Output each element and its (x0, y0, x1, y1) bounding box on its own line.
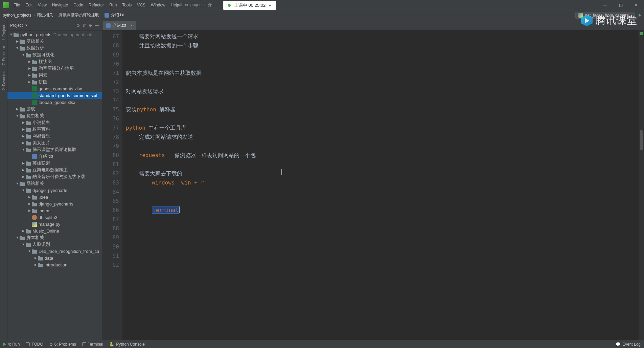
tree-node[interactable]: ▶豆瓣电影数据爬虫 (7, 167, 102, 173)
chevron-right-icon[interactable]: ▶ (28, 202, 31, 205)
chevron-down-icon[interactable]: ▼ (22, 243, 25, 246)
project-tree[interactable]: ▼python_projectsD:\development soft...▶基… (7, 30, 102, 340)
tree-node[interactable]: ▼腾讯课堂学员评论抓取 (7, 146, 102, 153)
tree-node[interactable]: goods_comments.xlsx (7, 85, 102, 92)
tree-node[interactable]: ▼人脸识别 (7, 241, 102, 248)
chevron-down-icon[interactable]: ▼ (16, 46, 19, 50)
tree-node[interactable]: ▼数据分析 (7, 45, 102, 51)
tree-node[interactable]: ▶网易音乐 (7, 133, 102, 139)
chevron-right-icon[interactable]: ▶ (28, 80, 31, 84)
tree-node[interactable]: ▶词云 (7, 72, 102, 79)
menu-window[interactable]: Window (148, 1, 168, 9)
tree-node[interactable]: ▼python_projectsD:\development soft... (7, 31, 102, 38)
scrollbar-thumb[interactable] (640, 130, 643, 150)
breadcrumb-item[interactable]: 介绍.txt (111, 12, 124, 18)
text-editor[interactable]: 6768697071727374757677787980818283848586… (102, 30, 644, 340)
tree-node[interactable]: ▶.idea (7, 194, 102, 200)
chevron-down-icon[interactable]: ▼ (22, 53, 25, 57)
terminal-tool-button[interactable]: Terminal (82, 342, 103, 347)
chevron-right-icon[interactable]: ▶ (22, 141, 25, 145)
menu-vcs[interactable]: VCS (134, 1, 148, 9)
chevron-right-icon[interactable]: ▶ (28, 195, 31, 199)
run-tool-button[interactable]: 4: Run (3, 342, 20, 347)
tree-node[interactable]: ▶糗事百科 (7, 126, 102, 133)
tree-node[interactable]: ▼脚本相关 (7, 234, 102, 241)
chevron-right-icon[interactable]: ▶ (16, 40, 19, 43)
structure-tool-tab[interactable]: 7: Structure (1, 43, 6, 68)
chevron-right-icon[interactable]: ▶ (22, 175, 25, 178)
tree-node[interactable]: ▶柱状图 (7, 58, 102, 65)
menu-edit[interactable]: Edit (23, 1, 35, 9)
chevron-down-icon[interactable]: ▼ (22, 189, 25, 192)
chevron-right-icon[interactable]: ▶ (28, 73, 31, 77)
tree-node[interactable]: ▶data (7, 255, 102, 261)
tree-node[interactable]: ▶淘宝店铺分布地图 (7, 65, 102, 72)
chevron-down-icon[interactable]: ▼ (22, 148, 25, 151)
chevron-right-icon[interactable]: ▶ (22, 229, 25, 233)
chevron-right-icon[interactable]: ▶ (34, 263, 37, 266)
maximize-button[interactable]: ▢ (613, 0, 628, 10)
tree-node[interactable]: ▼django_pyecharts (7, 187, 102, 194)
run-button-icon[interactable] (639, 14, 641, 17)
python-console-tool-button[interactable]: 🐍Python Console (109, 342, 145, 347)
tree-node[interactable]: ▶美女图片 (7, 139, 102, 146)
chevron-right-icon[interactable]: ▶ (34, 256, 37, 260)
todo-tool-button[interactable]: TODO (26, 342, 43, 347)
menu-refactor[interactable]: Refactor (86, 1, 107, 9)
problems-tool-button[interactable]: ⊘6: Problems (49, 342, 76, 347)
tree-node[interactable]: ▶游戏 (7, 106, 102, 112)
chevron-down-icon[interactable]: ▼ (28, 249, 31, 253)
locate-icon[interactable]: ⊙ (76, 23, 80, 28)
tree-node[interactable]: 介绍.txt (7, 153, 102, 160)
menu-code[interactable]: Code (71, 1, 86, 9)
event-log-button[interactable]: 💬Event Log (616, 342, 641, 347)
minimize-button[interactable]: — (597, 0, 613, 10)
class-timer[interactable]: 上课中 00:25:02 ▾ (223, 1, 276, 10)
collapse-icon[interactable]: ⇵ (83, 23, 86, 28)
favorites-tool-tab[interactable]: 2: Favorites (1, 68, 6, 93)
tree-node[interactable]: db.sqlite3 (7, 214, 102, 221)
chevron-right-icon[interactable]: ▶ (28, 209, 31, 212)
menu-file[interactable]: File (11, 1, 23, 9)
editor-tab-active[interactable]: 介绍.txt × (103, 21, 136, 30)
tree-node[interactable]: ▶基础相关 (7, 38, 102, 45)
chevron-right-icon[interactable]: ▶ (22, 161, 25, 165)
chevron-right-icon[interactable]: ▶ (22, 134, 25, 138)
tree-node[interactable]: manage.py (7, 221, 102, 227)
tree-node[interactable]: ▼网站相关 (7, 180, 102, 187)
chevron-down-icon[interactable]: ▼ (16, 182, 19, 185)
tree-node[interactable]: ▶饼图 (7, 79, 102, 85)
chevron-right-icon[interactable]: ▶ (22, 121, 25, 124)
chevron-right-icon[interactable]: ▶ (22, 168, 25, 172)
hide-panel-icon[interactable]: — (95, 23, 99, 28)
settings-icon[interactable]: ⚙ (89, 23, 92, 28)
chevron-down-icon[interactable]: ▼ (9, 33, 13, 36)
tree-node[interactable]: ▶英雄联盟 (7, 160, 102, 167)
chevron-right-icon[interactable]: ▶ (28, 67, 31, 70)
tree-node[interactable]: standard_goods_comments.xl (7, 92, 102, 99)
menu-navigate[interactable]: Navigate (49, 1, 71, 9)
chevron-right-icon[interactable]: ▶ (22, 128, 25, 131)
tree-node[interactable]: ▶introduction (7, 261, 102, 268)
chevron-down-icon[interactable]: ▼ (25, 24, 28, 27)
tree-node[interactable]: ▼爬虫相关 (7, 112, 102, 119)
menu-view[interactable]: View (35, 1, 49, 9)
project-tool-tab[interactable]: 1: Project (1, 22, 6, 43)
close-tab-icon[interactable]: × (130, 23, 133, 28)
tree-node[interactable]: ▼Dlib_face_recognition_from_ca (7, 248, 102, 255)
tree-node[interactable]: taobao_goods.xlsx (7, 99, 102, 106)
tree-node[interactable]: ▶django_pyecharts (7, 200, 102, 207)
breadcrumb-item[interactable]: 腾讯课堂学员评论抓取 (59, 12, 99, 18)
chevron-down-icon[interactable]: ▼ (16, 236, 19, 239)
tree-node[interactable]: ▶酷我音乐付费资源无线下载 (7, 173, 102, 180)
menu-tools[interactable]: Tools (119, 1, 134, 9)
tree-node[interactable]: ▶index (7, 207, 102, 214)
breadcrumb-item[interactable]: python_projects (3, 13, 31, 18)
tree-node[interactable]: ▶小说爬虫 (7, 119, 102, 126)
tree-node[interactable]: ▼数据可视化 (7, 51, 102, 58)
chevron-right-icon[interactable]: ▶ (16, 107, 19, 111)
chevron-right-icon[interactable]: ▶ (28, 60, 31, 63)
code-content[interactable]: 需要对网站发送一个请求 并且接收数据的一个步骤 爬虫本质就是在网站中获取数据 对… (122, 30, 639, 340)
chevron-down-icon[interactable]: ▼ (16, 114, 19, 117)
breadcrumb-item[interactable]: 爬虫相关 (37, 12, 53, 18)
